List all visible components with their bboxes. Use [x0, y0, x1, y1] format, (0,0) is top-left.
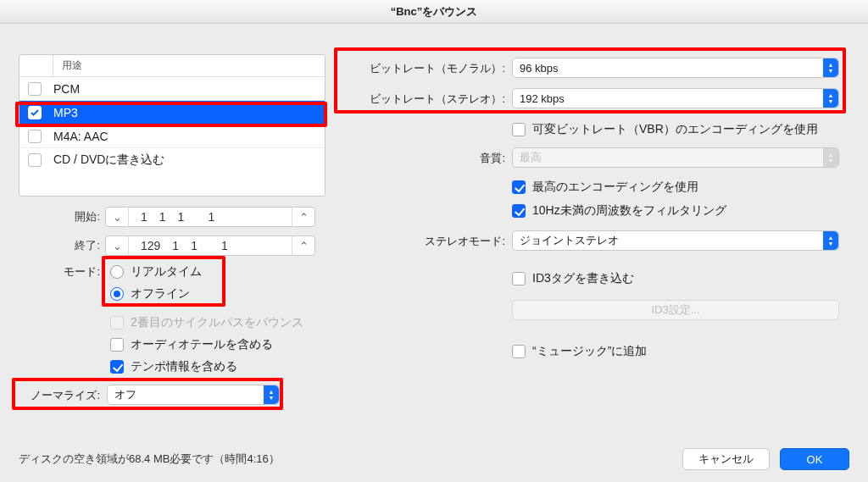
best-encoding-label: 最高のエンコーディングを使用 [532, 180, 698, 195]
radio-icon [110, 265, 124, 279]
end-label: 終了: [59, 238, 100, 253]
add-to-music-checkbox[interactable]: “ミュージック”に追加 [512, 342, 647, 361]
filter-10hz-checkbox[interactable]: 10Hz未満の周波数をフィルタリング [512, 202, 726, 220]
tempo-info-checkbox[interactable]: テンポ情報を含める [110, 357, 237, 376]
format-list[interactable]: 用途 PCM MP3 M4A: AAC CD / DVDに書き込む [19, 54, 326, 197]
checkbox-icon [110, 338, 124, 352]
normalize-label: ノーマライズ: [15, 388, 100, 403]
end-spinbox[interactable]: ⌄ 129 1 1 1 ⌃ [105, 235, 315, 256]
quality-label: 音質: [407, 151, 505, 166]
chevron-up-icon[interactable]: ⌃ [292, 208, 314, 226]
start-spinbox[interactable]: ⌄ 1 1 1 1 ⌃ [105, 207, 315, 227]
id3-write-checkbox[interactable]: ID3タグを書き込む [512, 269, 634, 288]
chevron-up-icon[interactable]: ⌃ [292, 236, 314, 255]
format-row-m4a[interactable]: M4A: AAC [19, 125, 325, 148]
stereo-mode-select[interactable]: ジョイントステレオ ▲▼ [512, 230, 839, 251]
id3-settings-button: ID3設定... [512, 300, 839, 320]
checkbox-icon [512, 272, 526, 285]
updown-arrows-icon: ▲▼ [823, 58, 838, 77]
checkbox-icon [512, 123, 526, 136]
format-label: M4A: AAC [53, 130, 108, 143]
vbr-label: 可変ビットレート（VBR）のエンコーディングを使用 [532, 122, 818, 137]
checkbox-icon [110, 360, 124, 374]
mode-offline-label: オフライン [131, 286, 190, 302]
tempo-info-label: テンポ情報を含める [131, 359, 237, 374]
format-list-header: 用途 [19, 55, 325, 77]
filter-10hz-label: 10Hz未満の周波数をフィルタリング [532, 203, 726, 219]
quality-value: 最高 [520, 150, 542, 165]
format-label: MP3 [53, 106, 78, 119]
checkbox-icon [110, 316, 124, 330]
bitrate-stereo-value: 192 kbps [520, 92, 565, 105]
stereo-mode-value: ジョイントステレオ [520, 233, 619, 248]
normalize-select[interactable]: オフ ▲▼ [107, 385, 280, 405]
format-check-mp3[interactable] [28, 106, 42, 119]
mode-realtime-label: リアルタイム [131, 264, 202, 280]
checkbox-icon [512, 345, 526, 358]
format-row-mp3[interactable]: MP3 [19, 101, 325, 125]
updown-arrows-icon: ▲▼ [823, 89, 838, 108]
format-label: CD / DVDに書き込む [53, 152, 164, 168]
bitrate-stereo-label: ビットレート（ステレオ）: [337, 91, 505, 107]
checkbox-icon [512, 180, 526, 194]
mode-realtime-radio[interactable]: リアルタイム [110, 263, 202, 281]
updown-arrows-icon: ▲▼ [823, 231, 838, 250]
normalize-value: オフ [114, 387, 136, 402]
mode-offline-radio[interactable]: オフライン [110, 285, 190, 303]
chevron-down-icon[interactable]: ⌄ [106, 208, 128, 226]
second-cycle-label: 2番目のサイクルパスをバウンス [131, 315, 303, 330]
add-to-music-label: “ミュージック”に追加 [532, 344, 647, 359]
window-title: “Bnc”をバウンス [0, 0, 868, 24]
stereo-mode-label: ステレオモード: [381, 234, 505, 249]
format-row-pcm[interactable]: PCM [19, 77, 325, 101]
audio-tail-label: オーディオテールを含める [131, 337, 273, 352]
ok-button[interactable]: OK [780, 448, 849, 470]
checkbox-icon [512, 204, 526, 218]
disk-status: ディスクの空き領域が68.4 MB必要です（時間4:16） [19, 452, 280, 467]
vbr-checkbox[interactable]: 可変ビットレート（VBR）のエンコーディングを使用 [512, 120, 818, 139]
audio-tail-checkbox[interactable]: オーディオテールを含める [110, 335, 273, 354]
quality-select: 最高 ▲▼ [512, 147, 839, 168]
best-encoding-checkbox[interactable]: 最高のエンコーディングを使用 [512, 178, 698, 197]
cancel-button[interactable]: キャンセル [682, 448, 770, 470]
format-label: PCM [53, 82, 80, 96]
start-label: 開始: [59, 209, 100, 224]
radio-icon [110, 287, 124, 301]
bitrate-mono-label: ビットレート（モノラル）: [337, 61, 505, 76]
mode-label: モード: [34, 264, 100, 280]
bitrate-mono-value: 96 kbps [520, 62, 559, 75]
bitrate-mono-select[interactable]: 96 kbps ▲▼ [512, 58, 839, 78]
second-cycle-checkbox: 2番目のサイクルパスをバウンス [110, 313, 303, 332]
format-check-cddvd[interactable] [28, 153, 42, 167]
updown-arrows-icon: ▲▼ [264, 385, 279, 404]
format-check-m4a[interactable] [28, 130, 42, 143]
id3-write-label: ID3タグを書き込む [532, 271, 634, 286]
bitrate-stereo-select[interactable]: 192 kbps ▲▼ [512, 88, 839, 108]
chevron-down-icon[interactable]: ⌄ [106, 236, 128, 255]
format-check-pcm[interactable] [28, 82, 42, 96]
format-row-cddvd[interactable]: CD / DVDに書き込む [19, 148, 325, 172]
updown-arrows-icon: ▲▼ [823, 148, 838, 167]
